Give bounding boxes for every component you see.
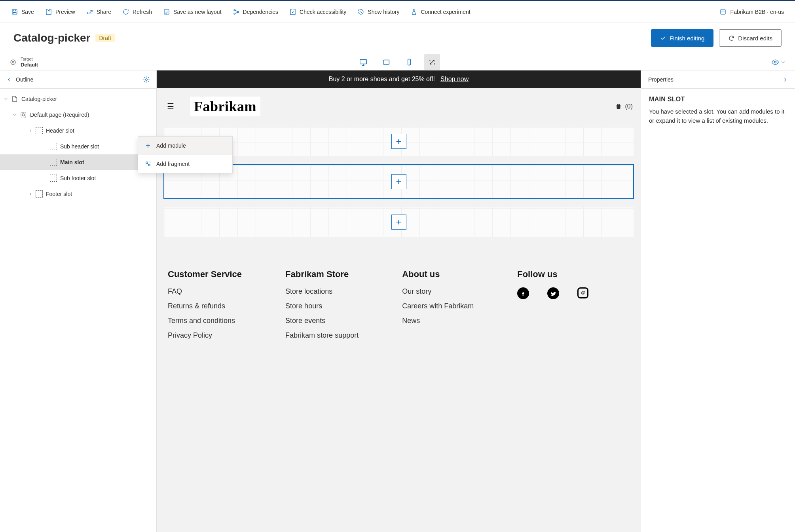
menu-add-module[interactable]: Add module [138, 137, 232, 155]
discard-edits-button[interactable]: Discard edits [719, 29, 782, 47]
menu-add-fragment[interactable]: Add fragment [138, 155, 232, 173]
toolbar-save-layout-label: Save as new layout [173, 9, 221, 15]
tree-slot-subheader-label: Sub header slot [60, 143, 99, 150]
viewport-desktop[interactable] [355, 54, 371, 70]
toolbar-experiment[interactable]: Connect experiment [410, 8, 470, 15]
target-selector[interactable]: Target Default [9, 57, 38, 68]
menu-add-fragment-label: Add fragment [156, 161, 190, 167]
brand-logo[interactable]: Fabrikam [190, 97, 260, 116]
viewport-mobile[interactable] [401, 54, 417, 70]
viewport-expand[interactable] [424, 54, 440, 70]
tree-slot-footer-label: Footer slot [46, 191, 72, 197]
slot-main-zone[interactable]: + [164, 165, 634, 199]
toolbar-accessibility[interactable]: Check accessibility [289, 8, 346, 15]
save-icon [11, 8, 18, 15]
tree-slot-subfooter[interactable]: Sub footer slot [0, 170, 156, 186]
preview-visibility[interactable] [771, 58, 786, 66]
site-header: ☰ Fabrikam (0) [157, 88, 641, 127]
svg-point-2 [233, 10, 235, 11]
outline-settings[interactable] [143, 76, 150, 83]
add-module-button[interactable]: + [391, 215, 406, 230]
add-module-button[interactable]: + [391, 174, 406, 189]
slot-zone: + Main slot + + [164, 127, 634, 237]
toolbar-save[interactable]: Save [11, 8, 34, 15]
tree-slot-header[interactable]: Header slot [0, 123, 156, 139]
footer-col-store: Fabrikam Store Store locations Store hou… [285, 269, 359, 346]
tree-page[interactable]: Default page (Required) [0, 107, 156, 123]
footer-col-title: Customer Service [168, 269, 242, 279]
toolbar-history[interactable]: Show history [357, 8, 399, 15]
outline-back[interactable] [6, 77, 12, 82]
plus-icon [144, 142, 152, 149]
promo-link[interactable]: Shop now [440, 76, 469, 83]
slot-subfooter-zone[interactable]: + [164, 207, 634, 237]
target-value: Default [21, 62, 38, 68]
footer-link[interactable]: Fabrikam store support [285, 331, 359, 340]
cart-count: (0) [625, 103, 633, 110]
tree-root[interactable]: Catalog-picker [0, 91, 156, 107]
chevron-down-icon [781, 60, 786, 65]
finish-editing-label: Finish editing [670, 35, 704, 42]
bag-icon [615, 103, 622, 110]
svg-point-3 [233, 13, 235, 14]
toolbar-refresh-label: Refresh [133, 9, 152, 15]
footer-col-title: About us [402, 269, 474, 279]
toolbar-refresh[interactable]: Refresh [122, 8, 152, 15]
footer-link[interactable]: Store locations [285, 287, 359, 296]
tree-slot-subheader[interactable]: Sub header slot [0, 139, 156, 154]
properties-title: Properties [648, 76, 674, 83]
hamburger-icon[interactable]: ☰ [167, 102, 174, 111]
instagram-icon[interactable] [577, 287, 588, 298]
toolbar-preview[interactable]: Preview [45, 8, 75, 15]
toolbar-share[interactable]: Share [86, 8, 111, 15]
slot-icon [36, 190, 43, 198]
toolbar-share-label: Share [97, 9, 111, 15]
footer-col-about: About us Our story Careers with Fabrikam… [402, 269, 474, 346]
refresh-icon [122, 8, 129, 15]
menu-add-module-label: Add module [156, 142, 186, 149]
tree-page-label: Default page (Required) [30, 112, 89, 118]
toolbar-save-label: Save [21, 9, 34, 15]
facebook-icon[interactable] [517, 287, 529, 299]
toolbar-dependencies[interactable]: Dependencies [233, 8, 279, 15]
svg-point-6 [11, 60, 15, 65]
site-footer: Customer Service FAQ Returns & refunds T… [157, 245, 641, 362]
footer-link[interactable]: News [402, 317, 474, 325]
subheader-row: Target Default [0, 54, 795, 70]
footer-link[interactable]: Returns & refunds [168, 302, 242, 310]
slot-subheader-zone[interactable]: + [164, 127, 634, 156]
toolbar-dependencies-label: Dependencies [243, 9, 279, 15]
footer-col-title: Fabrikam Store [285, 269, 359, 279]
svg-point-14 [22, 114, 25, 116]
preview-icon [45, 8, 52, 15]
properties-description: You have selected a slot. You can add mo… [649, 107, 787, 125]
properties-expand[interactable] [782, 77, 788, 82]
footer-col-follow: Follow us [517, 269, 588, 346]
footer-link[interactable]: FAQ [168, 287, 242, 296]
toolbar-experiment-label: Connect experiment [421, 9, 470, 15]
footer-link[interactable]: Careers with Fabrikam [402, 302, 474, 310]
footer-link[interactable]: Store events [285, 317, 359, 325]
svg-point-19 [148, 164, 150, 166]
toolbar-save-layout[interactable]: Save as new layout [163, 8, 221, 15]
tree-slot-footer[interactable]: Footer slot [0, 186, 156, 202]
cart-button[interactable]: (0) [615, 103, 633, 110]
footer-link[interactable]: Store hours [285, 302, 359, 310]
viewport-tablet[interactable] [378, 54, 394, 70]
footer-link[interactable]: Privacy Policy [168, 331, 242, 340]
site-context[interactable]: Fabrikam B2B · en-us [719, 8, 784, 15]
svg-point-18 [146, 162, 148, 164]
footer-link[interactable]: Our story [402, 287, 474, 296]
properties-panel: Properties MAIN SLOT You have selected a… [641, 70, 795, 532]
finish-editing-button[interactable]: Finish editing [651, 29, 713, 47]
history-icon [357, 8, 364, 15]
accessibility-icon [289, 8, 296, 15]
svg-rect-9 [383, 60, 389, 65]
title-row: Catalog-picker Draft Finish editing Disc… [0, 23, 795, 54]
tree-slot-main[interactable]: Main slot [0, 154, 156, 170]
experiment-icon [410, 8, 417, 15]
check-icon [660, 35, 666, 41]
twitter-icon[interactable] [547, 287, 559, 299]
add-module-button[interactable]: + [391, 134, 406, 149]
footer-link[interactable]: Terms and conditions [168, 317, 242, 325]
